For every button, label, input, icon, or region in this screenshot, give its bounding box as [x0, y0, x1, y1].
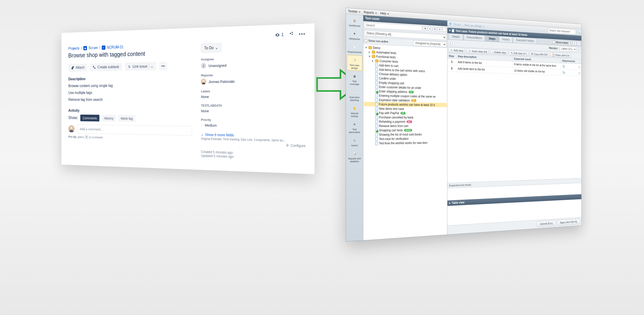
testcase-icon: [375, 107, 378, 110]
tree-row[interactable]: Pay with PayPalPP: [364, 111, 447, 116]
jira-panel-wrap: 1 ••• Projects / ◆ Scrum / ✓ SCRUM-21 Br…: [13, 23, 314, 174]
clip-icon[interactable]: 📎: [562, 64, 565, 68]
brand-sub: Test case design: [464, 23, 482, 28]
tab-preconditions[interactable]: Preconditions: [464, 34, 485, 41]
clock-icon: 🕘: [351, 89, 358, 95]
folder-icon: [369, 46, 372, 49]
revision-label: Revision: [549, 47, 557, 50]
folder-icon: [372, 55, 375, 58]
menu-reports[interactable]: Reports: [364, 10, 377, 15]
testcase-icon: [375, 85, 378, 89]
testcase-icon: [375, 111, 378, 115]
testcase-icon: [452, 29, 454, 32]
sidebar-item-test-coverage[interactable]: ▦Test coverage: [347, 71, 362, 87]
delete-row-icon[interactable]: ⦸: [579, 71, 580, 75]
testcase-tree-panel: Test cases ⚑ ✎ ⧉ ⟳ ⋯ Status [Showing all…: [363, 15, 448, 240]
sidebar-item-reports-and-statistics[interactable]: 📊Reports and statistics: [347, 148, 362, 164]
insert-step-button[interactable]: ＋Insert step (trl): [466, 48, 489, 54]
folder-icon: [375, 59, 379, 62]
flag-icon: ⚑: [351, 30, 358, 37]
menu-help[interactable]: Help: [380, 11, 389, 16]
revision-select[interactable]: Latest (V1): [560, 46, 576, 52]
tree-row[interactable]: Remove items from cart: [364, 124, 447, 128]
testlab-app-window: Testlab Reports Help 🏠Dashboard⚑Mileston…: [346, 8, 582, 242]
tree-row[interactable]: Purchase cancelled by bank: [364, 115, 447, 120]
tree-row[interactable]: Refunding a paymentMA: [364, 119, 447, 124]
testcase-icon: [375, 137, 378, 141]
toolbar-icon[interactable]: ↗: [577, 42, 580, 45]
testcase-icon: [375, 128, 378, 132]
show-nonactive-label: Show non-active: [368, 39, 388, 43]
testcase-icon: [375, 120, 378, 123]
clip-icon[interactable]: 📎: [562, 71, 565, 74]
testcase-icon: [375, 98, 378, 102]
delete-row-icon[interactable]: ⦸: [579, 65, 580, 69]
tab-case-history[interactable]: History: [499, 36, 512, 43]
toolbar-icon[interactable]: ⧉: [433, 27, 437, 31]
req-icon: 📄: [351, 44, 358, 50]
testcase-icon: [375, 63, 378, 67]
delete-step-button[interactable]: −Delete step: [490, 50, 508, 55]
chevron-down-icon[interactable]: ▾: [449, 29, 450, 32]
gear-icon: ⚙: [351, 121, 358, 127]
cancel-button[interactable]: Cancel (Esc): [537, 220, 555, 227]
save-button[interactable]: Save (Alt+Ctrl+S): [557, 219, 580, 226]
tab-steps[interactable]: Steps: [486, 35, 498, 42]
doc-icon: 📝: [351, 57, 358, 63]
edit-step-button[interactable]: ✎ Edit step (↵): [509, 50, 528, 56]
menu-testlab[interactable]: Testlab: [348, 9, 360, 14]
testcase-icon: [375, 124, 378, 128]
testcase-tree[interactable]: ▾Demo▸Automated tests▾Functional tests▸C…: [363, 44, 447, 240]
brand-name: Demo: [454, 22, 461, 27]
toolbar-icon[interactable]: ⧉: [569, 41, 572, 45]
grid-icon: ▦: [351, 73, 358, 80]
show-nonactive-checkbox[interactable]: [364, 39, 367, 42]
chevron-right-icon: ▸: [449, 201, 450, 205]
toolbar-icon[interactable]: ⎙: [573, 41, 576, 45]
keyword-search-input[interactable]: [548, 28, 576, 35]
add-step-button[interactable]: ＋Add step: [448, 47, 465, 53]
toolbar-icon[interactable]: ✎: [428, 27, 432, 31]
testcase-icon: [375, 94, 378, 97]
warn-icon: ⚠: [351, 137, 358, 143]
folder-icon: [372, 50, 375, 54]
sidebar-item-milestones[interactable]: ⚑Milestones: [347, 28, 362, 42]
testcase-detail-panel: Demo - Test case design | 🔍 ▾ Test case:…: [448, 21, 581, 234]
testcase-icon: [375, 102, 378, 106]
sidebar-item-test-automation[interactable]: ⚙Test automation: [347, 119, 362, 135]
testcase-icon: [375, 81, 378, 84]
show-events-checkbox[interactable]: [553, 41, 555, 44]
testcase-icon: [375, 89, 378, 93]
tab-details[interactable]: Details: [449, 33, 463, 40]
tree-row[interactable]: Test how the wishlist works for new item: [364, 140, 447, 146]
chart-icon: 📊: [351, 150, 358, 156]
sidebar-item-test-case-design[interactable]: 📝Test case design: [347, 55, 362, 71]
sidebar-item-dashboard[interactable]: 🏠Dashboard: [347, 15, 362, 29]
sidebar-item-manual-testing[interactable]: ✋Manual testing: [347, 103, 362, 119]
testcase-icon: [375, 141, 378, 145]
toolbar-icon[interactable]: ⟳: [438, 27, 442, 31]
home-icon: 🏠: [351, 17, 358, 24]
testcase-icon: [375, 68, 378, 71]
testcase-icon: [375, 133, 378, 136]
nav-sidebar: 🏠Dashboard⚑Milestones📄Requirements📝Test …: [346, 14, 363, 241]
toolbar-icon[interactable]: ▾: [577, 48, 580, 51]
show-events-label: Show events: [556, 41, 568, 44]
toolbar-icon[interactable]: ⋯: [442, 28, 446, 32]
paste-step-button[interactable]: 📋 Paste (Alt+Ctrl: [550, 52, 571, 58]
toolbar-icon[interactable]: ⚑: [423, 27, 427, 31]
testcase-icon: [375, 72, 378, 76]
testlab-panel-wrap: Testlab Reports Help 🏠Dashboard⚑Mileston…: [346, 8, 637, 242]
sidebar-item-execution-planning[interactable]: 🕘Execution planning: [347, 87, 362, 103]
testcase-icon: [375, 76, 378, 80]
sidebar-item-issues[interactable]: ⚠Issues: [347, 135, 362, 148]
testcase-icon: [375, 115, 378, 119]
testlab-logo-icon: [449, 22, 452, 26]
search-icon[interactable]: 🔍: [577, 30, 580, 34]
copy-step-button[interactable]: ⧉ Copy (Alt+Ctrl: [529, 51, 549, 57]
hand-icon: ✋: [351, 105, 358, 111]
toolbar-icon[interactable]: ≡: [449, 41, 453, 45]
sidebar-item-requirements[interactable]: 📄Requirements: [347, 42, 362, 55]
assigned-filter[interactable]: Assigned to [Anyone]: [413, 40, 446, 47]
tree-row[interactable]: Shopping cart tests22028: [364, 128, 447, 132]
